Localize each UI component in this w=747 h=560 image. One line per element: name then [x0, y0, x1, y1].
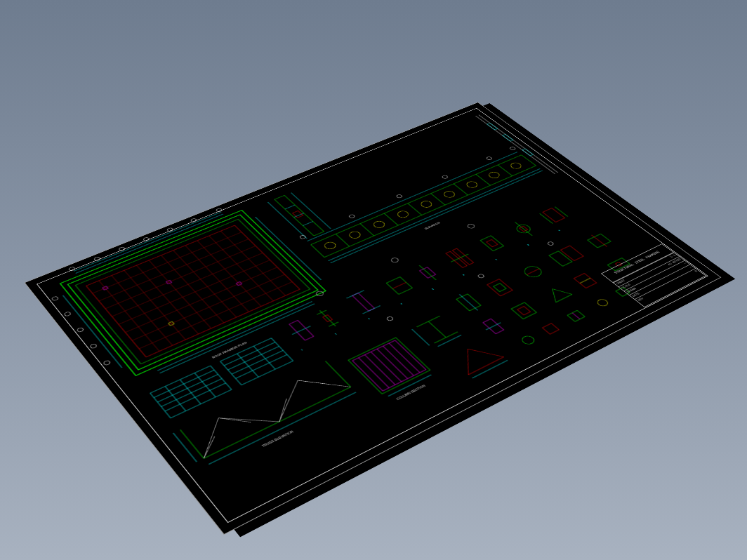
svg-line-63: [431, 194, 445, 205]
svg-line-15: [93, 232, 242, 293]
svg-line-146: [359, 358, 389, 388]
svg-line-62: [408, 204, 422, 215]
svg-point-70: [395, 210, 410, 219]
svg-rect-113: [352, 293, 375, 312]
svg-rect-109: [249, 359, 269, 371]
svg-text:TRUSS ELEVATION: TRUSS ELEVATION: [261, 430, 294, 448]
svg-point-35: [216, 208, 223, 212]
svg-line-77: [328, 168, 540, 260]
svg-rect-0: [60, 211, 326, 376]
svg-line-140: [180, 429, 204, 458]
svg-line-156: [438, 335, 461, 346]
svg-line-151: [389, 343, 420, 373]
svg-line-95: [165, 383, 226, 411]
svg-rect-164: [549, 251, 572, 267]
svg-text:8: 8: [527, 244, 530, 246]
svg-rect-101: [220, 338, 293, 385]
svg-line-49: [285, 205, 295, 209]
svg-line-5: [112, 276, 173, 346]
svg-point-74: [487, 171, 502, 180]
svg-rect-145: [352, 340, 426, 391]
svg-line-107: [253, 346, 275, 369]
svg-line-139: [204, 387, 350, 458]
svg-point-37: [64, 312, 72, 317]
vertical-section: [267, 193, 331, 239]
svg-rect-2: [75, 219, 310, 364]
svg-point-34: [190, 218, 197, 222]
svg-line-10: [173, 251, 237, 317]
svg-line-66: [498, 165, 513, 176]
svg-line-128: [540, 213, 553, 223]
svg-line-159: [459, 294, 477, 310]
svg-rect-1: [67, 215, 317, 370]
svg-rect-110: [289, 320, 314, 340]
svg-point-75: [509, 161, 523, 170]
svg-point-71: [419, 200, 434, 209]
svg-line-11: [185, 246, 249, 312]
svg-line-58: [522, 155, 536, 166]
svg-line-129: [555, 207, 568, 217]
svg-line-20: [126, 267, 277, 333]
svg-rect-3: [86, 225, 300, 357]
svg-line-54: [291, 193, 331, 229]
svg-line-78: [331, 171, 543, 263]
svg-rect-100: [173, 388, 192, 399]
svg-line-148: [371, 352, 402, 381]
svg-point-82: [442, 175, 449, 179]
svg-text:6: 6: [462, 274, 465, 276]
svg-line-47: [275, 195, 284, 199]
svg-line-125: [515, 222, 533, 236]
detail-row-2: [454, 230, 615, 313]
svg-line-76: [307, 152, 517, 241]
truss-elevation: TRUSS ELEVATION: [173, 361, 363, 476]
svg-line-149: [377, 349, 408, 378]
cad-sheet: ROOF FRAMING PLAN: [24, 102, 721, 535]
svg-line-155: [412, 329, 430, 345]
svg-line-97: [180, 380, 201, 404]
svg-point-80: [348, 214, 356, 218]
svg-line-60: [360, 224, 374, 236]
svg-line-51: [303, 222, 312, 226]
svg-line-106: [237, 354, 259, 377]
svg-rect-161: [494, 284, 506, 292]
svg-point-33: [166, 227, 173, 232]
svg-line-65: [476, 174, 491, 185]
svg-text:ELEVATION: ELEVATION: [424, 222, 441, 230]
svg-line-64: [454, 184, 468, 195]
schedule-2: [220, 338, 293, 385]
svg-point-36: [51, 296, 59, 301]
svg-point-72: [442, 190, 457, 199]
svg-line-150: [383, 346, 414, 375]
svg-line-27: [157, 302, 312, 371]
svg-line-94: [161, 379, 222, 407]
svg-line-163: [527, 269, 539, 275]
svg-line-26: [256, 217, 322, 280]
svg-rect-176: [543, 324, 560, 335]
svg-line-121: [451, 254, 468, 262]
svg-line-24: [74, 212, 221, 271]
svg-line-103: [228, 346, 279, 370]
svg-text:1: 1: [300, 349, 304, 352]
svg-rect-127: [543, 208, 565, 222]
gusset: [450, 340, 508, 378]
svg-rect-170: [517, 307, 531, 315]
svg-line-105: [236, 354, 287, 378]
svg-rect-158: [456, 294, 481, 311]
svg-line-116: [392, 282, 406, 288]
svg-line-56: [324, 166, 536, 258]
svg-rect-123: [487, 239, 498, 246]
svg-rect-167: [483, 319, 504, 333]
svg-point-79: [299, 234, 307, 239]
svg-point-31: [118, 246, 126, 251]
svg-line-17: [105, 246, 256, 308]
svg-line-55: [311, 155, 522, 245]
svg-line-19: [119, 260, 270, 324]
svg-line-7: [137, 265, 199, 334]
svg-line-25: [63, 295, 122, 368]
detail-row-3: [480, 256, 633, 335]
svg-line-102: [224, 342, 275, 366]
viewport-3d[interactable]: ROOF FRAMING PLAN: [0, 0, 747, 560]
svg-point-67: [322, 241, 338, 250]
svg-line-177: [572, 313, 580, 319]
svg-text:5: 5: [431, 288, 435, 290]
